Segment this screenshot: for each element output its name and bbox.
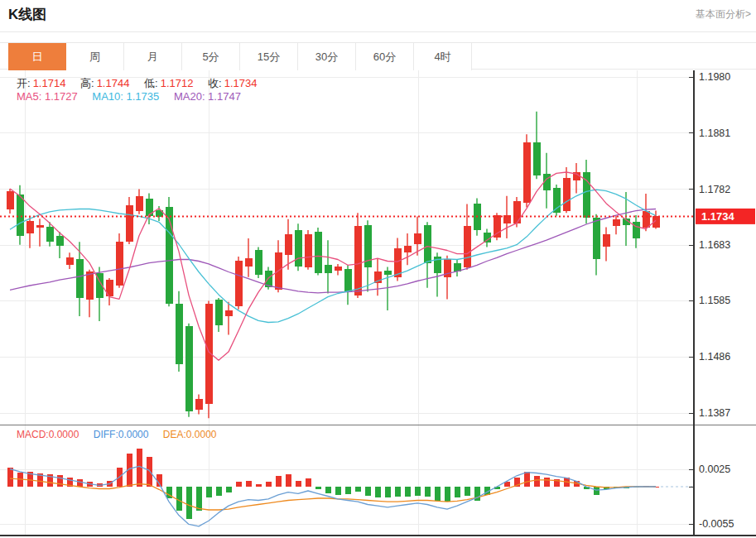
last-price-badge: 1.1734 [696, 209, 755, 224]
tab-4时[interactable]: 4时 [414, 43, 472, 70]
fundamental-analysis-link[interactable]: 基本面分析> [696, 7, 751, 22]
interval-tabbar: 日周月5分15分30分60分4时 [0, 42, 756, 70]
macd-histogram [7, 449, 659, 519]
y-axis-labels: 1.19801.18811.17821.16831.15851.14861.13… [699, 71, 734, 530]
tab-周[interactable]: 周 [66, 43, 124, 70]
tab-15分[interactable]: 15分 [240, 43, 298, 70]
y-axis-label: 1.1387 [699, 407, 730, 419]
last-price-label: 1.1734 [701, 210, 735, 223]
candles [7, 112, 660, 418]
tab-60分[interactable]: 60分 [356, 43, 414, 70]
y-axis-label: 1.1585 [699, 295, 730, 306]
tab-30分[interactable]: 30分 [298, 43, 356, 70]
tab-日[interactable]: 日 [8, 43, 66, 70]
axes [0, 70, 756, 536]
y-axis-label: -0.0055 [699, 518, 734, 530]
y-axis-label: 1.1782 [699, 184, 730, 195]
header-divider [0, 31, 756, 32]
kline-chart[interactable]: 1.19801.18811.17821.16831.15851.14861.13… [0, 70, 756, 536]
kline-page: K线图 基本面分析> 日周月5分15分30分60分4时 1.19801.1881… [0, 0, 756, 538]
y-axis-label: 1.1683 [699, 239, 730, 251]
page-title: K线图 [8, 5, 46, 24]
gridlines [0, 70, 694, 536]
macd-lines [10, 466, 692, 526]
y-axis-label: 1.1486 [699, 351, 730, 363]
y-axis-label: 0.0025 [699, 464, 730, 475]
tab-月[interactable]: 月 [124, 43, 182, 70]
y-axis-label: 1.1881 [699, 127, 730, 139]
y-axis-label: 1.1980 [699, 71, 730, 83]
tab-5分[interactable]: 5分 [182, 43, 240, 70]
